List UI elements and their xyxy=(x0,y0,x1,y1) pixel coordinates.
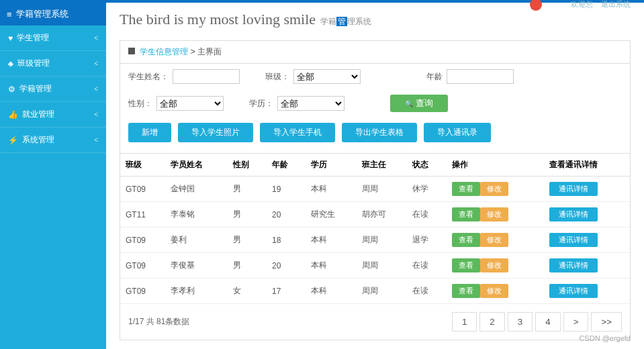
sidebar-icon: ⚡ xyxy=(8,136,18,145)
detail-button[interactable]: 通讯详情 xyxy=(549,182,598,196)
action-button[interactable]: 导入通讯录 xyxy=(424,123,491,142)
cell-gender: 男 xyxy=(228,202,267,228)
view-button[interactable]: 查看 xyxy=(452,284,480,298)
greeting-text: 欢迎您 xyxy=(571,0,593,8)
topbar: 欢迎您 退出系统 xyxy=(0,0,644,3)
table-header: 班级 xyxy=(120,154,165,177)
detail-button[interactable]: 通讯详情 xyxy=(549,233,598,247)
action-button[interactable]: 导入学生照片 xyxy=(178,123,253,142)
sidebar-icon: ⚙ xyxy=(8,85,15,94)
table-header: 班主任 xyxy=(357,154,408,177)
sidebar-item-label: 学生管理 xyxy=(17,32,49,44)
sidebar-item-label: 学籍管理 xyxy=(19,83,52,95)
edu-select[interactable]: 全部 xyxy=(277,96,344,111)
cell-name: 李泰铭 xyxy=(165,202,228,228)
sidebar-item-0[interactable]: ♥学生管理< xyxy=(0,26,106,51)
pager-button[interactable]: >> xyxy=(591,312,622,332)
main-content: The bird is my most loving smile 学籍管理系统 … xyxy=(106,3,644,349)
edu-label: 学历： xyxy=(249,98,273,109)
name-input[interactable] xyxy=(173,69,240,84)
gender-select[interactable]: 全部 xyxy=(156,96,224,111)
edit-button[interactable]: 修改 xyxy=(480,182,508,196)
chevron-left-icon: < xyxy=(94,136,98,144)
cell-gender: 男 xyxy=(228,253,267,279)
cell-status: 在读 xyxy=(407,202,446,228)
sidebar-item-3[interactable]: 👍就业管理< xyxy=(0,102,106,128)
table-header: 学员姓名 xyxy=(165,154,228,177)
cell-age: 18 xyxy=(267,228,306,253)
breadcrumb-current: 主界面 xyxy=(197,47,222,56)
age-label: 年龄 xyxy=(426,71,443,83)
view-button[interactable]: 查看 xyxy=(452,233,480,247)
cell-teacher: 周周 xyxy=(357,228,408,253)
action-button[interactable]: 导出学生表格 xyxy=(342,123,417,142)
cell-class: GT11 xyxy=(120,202,165,228)
cell-edu: 本科 xyxy=(306,177,357,202)
cell-edu: 本科 xyxy=(306,253,357,279)
list-icon xyxy=(128,48,135,54)
detail-button[interactable]: 通讯详情 xyxy=(549,207,598,221)
page-title: The bird is my most loving smile 学籍管理系统 xyxy=(120,11,631,28)
table-row: GT09姜利男18本科周周退学查看修改通讯详情 xyxy=(120,228,630,253)
cell-edu: 本科 xyxy=(306,279,357,304)
edit-button[interactable]: 修改 xyxy=(480,233,508,247)
view-button[interactable]: 查看 xyxy=(452,258,480,272)
cell-teacher: 胡亦可 xyxy=(357,202,408,228)
sidebar: ≡ 学籍管理系统 ♥学生管理<♣班级管理<⚙学籍管理<👍就业管理<⚡系统管理< xyxy=(0,3,106,349)
cell-edu: 研究生 xyxy=(306,202,357,228)
cell-age: 20 xyxy=(267,253,306,279)
cell-gender: 男 xyxy=(228,177,267,202)
logout-link[interactable]: 退出系统 xyxy=(601,0,631,8)
sidebar-item-2[interactable]: ⚙学籍管理< xyxy=(0,77,106,102)
student-table: 班级学员姓名性别年龄学历班主任状态操作查看通讯详情 GT09金钟国男19本科周周… xyxy=(120,153,630,304)
table-header: 操作 xyxy=(447,154,544,177)
action-button[interactable]: 导入学生手机 xyxy=(260,123,335,142)
table-row: GT09李俊基男20本科周周在读查看修改通讯详情 xyxy=(120,253,630,279)
table-row: GT09李孝利女17本科周周在读查看修改通讯详情 xyxy=(120,279,630,304)
notification-icon[interactable] xyxy=(530,0,542,11)
action-button[interactable]: 新增 xyxy=(128,123,171,142)
breadcrumb-section[interactable]: 学生信息管理 xyxy=(140,47,188,56)
pager: 1/17 共 81条数据 1234>>> xyxy=(120,304,630,340)
cell-class: GT09 xyxy=(120,279,165,304)
pager-button[interactable]: > xyxy=(563,312,589,332)
pager-info: 1/17 共 81条数据 xyxy=(128,316,189,328)
cell-teacher: 周周 xyxy=(357,177,408,202)
cell-teacher: 周周 xyxy=(357,279,408,304)
view-button[interactable]: 查看 xyxy=(452,182,480,196)
table-row: GT09金钟国男19本科周周休学查看修改通讯详情 xyxy=(120,177,630,202)
table-header: 学历 xyxy=(306,154,357,177)
sidebar-item-4[interactable]: ⚡系统管理< xyxy=(0,128,106,153)
cell-name: 金钟国 xyxy=(165,177,228,202)
class-select[interactable]: 全部 xyxy=(293,69,361,84)
sidebar-item-label: 系统管理 xyxy=(22,134,54,146)
sidebar-item-1[interactable]: ♣班级管理< xyxy=(0,51,106,77)
pager-button[interactable]: 3 xyxy=(508,312,533,332)
pager-button[interactable]: 2 xyxy=(479,312,504,332)
chevron-left-icon: < xyxy=(94,85,98,93)
cell-name: 姜利 xyxy=(165,228,228,253)
sidebar-icon: 👍 xyxy=(8,110,18,119)
edit-button[interactable]: 修改 xyxy=(480,207,508,221)
detail-button[interactable]: 通讯详情 xyxy=(549,258,598,272)
pager-button[interactable]: 1 xyxy=(452,312,477,332)
age-input[interactable] xyxy=(447,69,514,84)
action-bar: 新增导入学生照片导入学生手机导出学生表格导入通讯录 xyxy=(120,117,630,148)
cell-status: 退学 xyxy=(407,228,446,253)
sidebar-icon: ♥ xyxy=(8,34,13,43)
view-button[interactable]: 查看 xyxy=(452,207,480,221)
gender-label: 性别： xyxy=(128,98,152,109)
sidebar-icon: ♣ xyxy=(8,59,13,68)
edit-button[interactable]: 修改 xyxy=(480,284,508,298)
detail-button[interactable]: 通讯详情 xyxy=(549,284,598,298)
menu-icon: ≡ xyxy=(7,9,12,19)
edit-button[interactable]: 修改 xyxy=(480,258,508,272)
search-button[interactable]: 查询 xyxy=(390,95,448,112)
cell-edu: 本科 xyxy=(306,228,357,253)
cell-class: GT09 xyxy=(120,228,165,253)
cell-status: 在读 xyxy=(407,253,446,279)
pager-button[interactable]: 4 xyxy=(535,312,560,332)
cell-teacher: 周周 xyxy=(357,253,408,279)
name-label: 学生姓名： xyxy=(128,71,169,83)
class-label: 班级： xyxy=(265,71,289,83)
